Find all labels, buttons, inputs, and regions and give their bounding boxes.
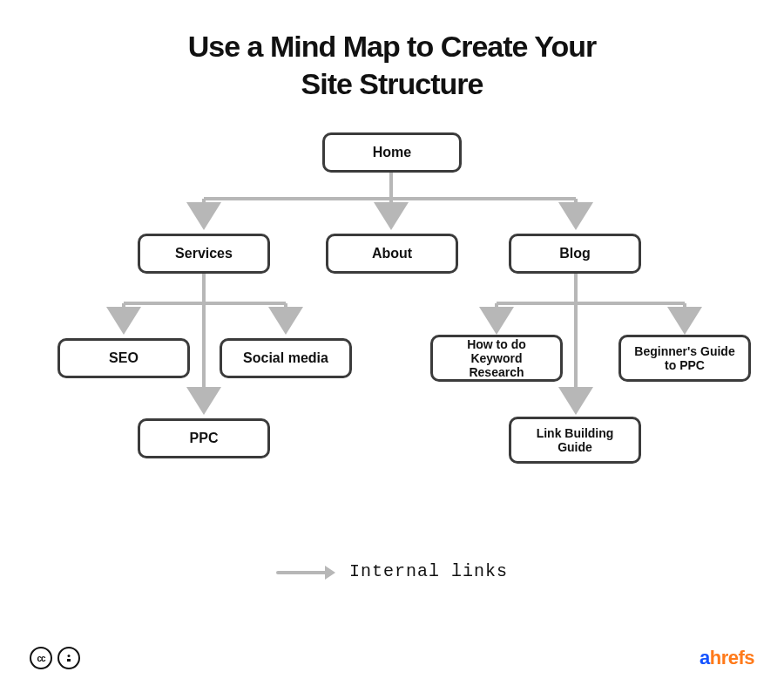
cc-icon-label: cc [37,654,44,663]
footer: cc ahrefs [30,647,754,669]
node-beginner-ppc: Beginner's Guide to PPC [618,335,751,382]
legend: Internal links [0,561,784,581]
node-seo: SEO [57,338,190,378]
legend-arrow-icon [276,567,335,576]
node-services: Services [138,234,270,274]
license-icons: cc [30,647,80,669]
node-home: Home [322,132,462,173]
node-about-label: About [372,246,412,261]
node-ppc: PPC [138,418,270,458]
node-seo-label: SEO [109,350,139,366]
node-services-label: Services [175,246,233,261]
attribution-icon [57,647,80,669]
person-icon [64,653,74,663]
node-ppc-label: PPC [190,431,219,446]
title-line-2: Site Structure [301,67,483,100]
diagram-canvas: Use a Mind Map to Create Your Site Struc… [0,0,784,699]
node-blog-label: Blog [559,246,591,261]
cc-icon: cc [30,647,52,669]
title-line-1: Use a Mind Map to Create Your [188,30,597,63]
legend-label: Internal links [349,561,508,581]
node-begppc-label: Beginner's Guide to PPC [630,344,740,372]
node-social-label: Social media [243,350,328,366]
node-home-label: Home [373,145,411,160]
node-about: About [326,234,458,274]
brand-rest: hrefs [710,647,754,668]
brand-logo: ahrefs [700,647,754,669]
node-blog: Blog [509,234,641,274]
node-linkbuild-label: Link Building Guide [520,426,630,454]
svg-point-6 [68,655,71,657]
node-link-building: Link Building Guide [509,417,641,464]
node-kw-label: How to do Keyword Research [442,337,551,379]
brand-a: a [700,647,710,668]
node-social: Social media [220,338,352,378]
node-kw-research: How to do Keyword Research [430,335,563,382]
page-title: Use a Mind Map to Create Your Site Struc… [0,28,784,102]
